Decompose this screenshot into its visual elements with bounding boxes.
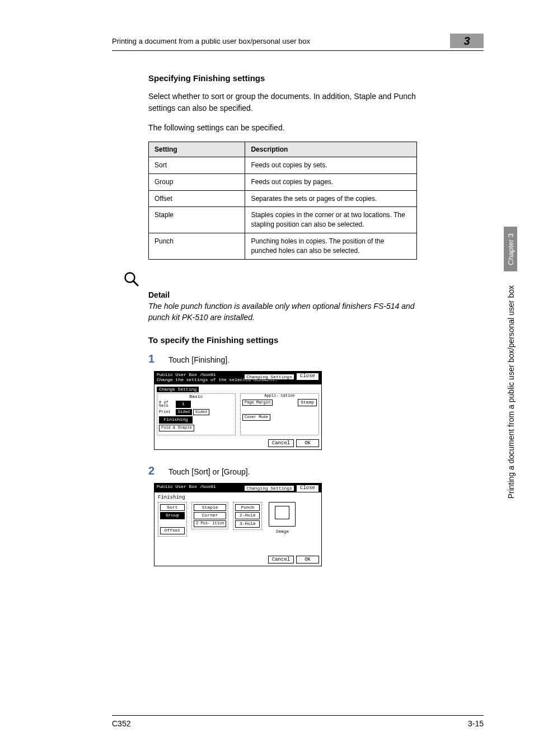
side-chapter-text: Printing a document from a public user b…	[507, 285, 516, 499]
setting-desc: Staples copies in the corner or at two l…	[245, 207, 417, 233]
corner-button[interactable]: Corner	[194, 512, 226, 519]
cancel-button[interactable]: Cancel	[268, 556, 294, 564]
settings-table: Setting Description Sort Feeds out copie…	[148, 142, 417, 260]
section-title: Specifying Finishing settings	[148, 73, 417, 83]
panel-footer: Cancel OK	[154, 438, 321, 449]
step-text: Touch [Finishing].	[168, 355, 229, 364]
table-row: Offset Separates the sets or pages of th…	[149, 190, 417, 207]
table-row: Sort Feeds out copies by sets.	[149, 157, 417, 174]
intro-paragraph-2: The following settings can be specified.	[148, 122, 417, 134]
step-2: 2 Touch [Sort] or [Group].	[148, 464, 417, 477]
sort-button[interactable]: Sort	[160, 504, 185, 511]
stamp-button[interactable]: Stamp	[298, 399, 317, 406]
two-position-button[interactable]: 2 Pos- ition	[194, 520, 226, 527]
sets-value[interactable]: 1	[176, 401, 191, 408]
step-number: 2	[148, 464, 168, 477]
finishing-title: Finishing	[158, 495, 318, 500]
touchscreen-panel-2: Public User Box /box01 Changing Settings…	[154, 483, 322, 566]
panel-body: Finishing Sort Group Offset Staple Corne…	[154, 492, 321, 554]
footer-model: C352	[112, 719, 130, 728]
touchscreen-panel-1: Public User Box /box01 Change the settin…	[154, 371, 322, 450]
detail-block: Detail The hole punch function is availa…	[148, 271, 417, 323]
application-column: Appli- cation Page Margin Stamp Cover Mo…	[240, 393, 319, 435]
table-row: Group Feeds out copies by pages.	[149, 173, 417, 190]
setting-name: Group	[149, 173, 245, 190]
ok-button[interactable]: OK	[296, 556, 319, 564]
panel-title-bar: Public User Box /box01 Change the settin…	[154, 372, 321, 384]
step-number: 1	[148, 353, 168, 365]
page-margin-button[interactable]: Page Margin	[242, 400, 273, 406]
two-hole-button[interactable]: 2-Hole	[235, 512, 260, 519]
intro-paragraph-1: Select whether to sort or group the docu…	[148, 91, 417, 114]
punch-button[interactable]: Punch	[235, 504, 260, 511]
punch-column: Punch 2-Hole 3-Hole	[233, 502, 262, 530]
three-hole-button[interactable]: 3-Hole	[235, 520, 260, 528]
sided-button-2[interactable]: Sided	[193, 409, 209, 416]
step-1: 1 Touch [Finishing].	[148, 353, 417, 365]
print-label: Print	[159, 410, 175, 414]
table-header-setting: Setting	[149, 142, 245, 157]
table-row: Staple Staples copies in the corner or a…	[149, 207, 417, 233]
panel-body: Change Setting Basic # of Sets 1 Print S…	[154, 384, 321, 438]
changing-settings-tag: Changing Settings	[244, 374, 294, 380]
side-chapter-tab: Chapter 3	[504, 227, 517, 271]
footer-page-number: 3-15	[468, 719, 484, 728]
sort-group-column: Sort Group Offset	[158, 502, 187, 537]
detail-text: The hole punch function is available onl…	[148, 300, 417, 323]
setting-name: Staple	[149, 207, 245, 233]
offset-button[interactable]: Offset	[160, 527, 185, 534]
cancel-button[interactable]: Cancel	[268, 439, 294, 447]
image-preview	[269, 502, 296, 527]
setting-desc: Feeds out copies by pages.	[245, 173, 417, 190]
setting-name: Punch	[149, 233, 245, 259]
setting-desc: Separates the sets or pages of the copie…	[245, 190, 417, 207]
svg-line-1	[133, 281, 138, 285]
image-preview-column: Image	[269, 502, 296, 534]
basic-column: Basic # of Sets 1 Print Sided Sided Fini…	[157, 393, 236, 435]
setting-desc: Feeds out copies by sets.	[245, 157, 417, 174]
sided-button-1[interactable]: Sided	[176, 409, 192, 416]
ok-button[interactable]: OK	[296, 439, 319, 447]
application-label: Appli- cation	[242, 394, 317, 397]
panel-title-bar: Public User Box /box01 Changing Settings…	[154, 483, 321, 492]
setting-name: Sort	[149, 157, 245, 174]
changing-settings-tag: Changing Settings	[244, 485, 294, 491]
setting-desc: Punching holes in copies. The position o…	[245, 233, 417, 259]
chapter-number-badge: 3	[450, 34, 484, 48]
header-title: Printing a document from a public user b…	[112, 37, 310, 45]
sets-label: # of Sets	[159, 401, 175, 408]
detail-label: Detail	[148, 290, 417, 299]
step-text: Touch [Sort] or [Group].	[168, 467, 250, 476]
fold-staple-button[interactable]: Fold & Staple	[159, 425, 194, 431]
change-setting-tab: Change Setting	[157, 387, 199, 392]
procedure-title: To specify the Finishing settings	[148, 335, 417, 345]
staple-column: Staple Corner 2 Pos- ition	[191, 502, 228, 529]
staple-button[interactable]: Staple	[194, 504, 226, 511]
magnifier-icon	[123, 271, 417, 289]
cover-mode-button[interactable]: Cover Mode	[242, 414, 270, 421]
table-header-description: Description	[245, 142, 417, 157]
group-button[interactable]: Group	[160, 512, 185, 519]
close-button[interactable]: Close	[296, 485, 319, 492]
main-content: Specifying Finishing settings Select whe…	[148, 73, 417, 566]
setting-name: Offset	[149, 190, 245, 207]
page-header: Printing a document from a public user b…	[112, 34, 484, 51]
table-row: Punch Punching holes in copies. The posi…	[149, 233, 417, 259]
panel-footer: Cancel OK	[154, 554, 321, 566]
close-button[interactable]: Close	[296, 373, 319, 381]
page-footer: C352 3-15	[112, 715, 484, 728]
image-label: Image	[275, 529, 289, 534]
finishing-button[interactable]: Finishing	[159, 416, 193, 424]
basic-label: Basic	[159, 394, 233, 399]
